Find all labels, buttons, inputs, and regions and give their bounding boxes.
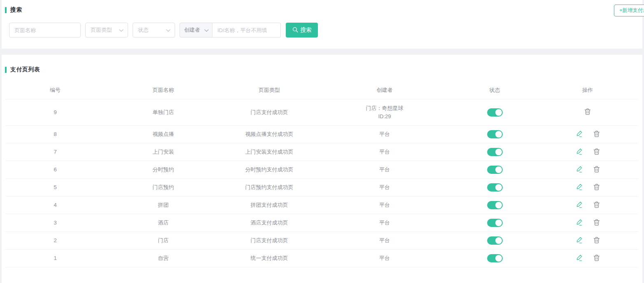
delete-button[interactable] <box>593 254 600 263</box>
cell-name: 单独门店 <box>105 108 222 117</box>
trash-icon <box>593 236 600 245</box>
status-toggle[interactable] <box>487 108 503 117</box>
status-toggle[interactable] <box>487 166 503 174</box>
search-button[interactable]: 搜索 <box>286 23 318 37</box>
creator-line1: 平台 <box>379 183 390 192</box>
trash-icon <box>593 166 600 174</box>
cell-id: 3 <box>6 219 105 227</box>
search-button-label: 搜索 <box>301 26 312 34</box>
status-toggle[interactable] <box>487 201 503 209</box>
trash-icon <box>593 254 600 263</box>
cell-creator: 平台 <box>317 183 453 192</box>
cell-name: 视频点播 <box>105 130 222 138</box>
creator-line1: 平台 <box>379 201 390 209</box>
edit-button[interactable] <box>576 148 583 157</box>
creator-select[interactable]: 创建者 <box>180 23 212 37</box>
toggle-knob <box>495 237 502 244</box>
table-row: 1 自营 统一支付成功页 平台 <box>6 250 638 267</box>
page-type-select[interactable]: 页面类型 <box>85 23 128 37</box>
status-toggle[interactable] <box>487 148 503 156</box>
delete-button[interactable] <box>593 148 600 157</box>
status-toggle[interactable] <box>487 254 503 262</box>
creator-select-label: 创建者 <box>184 26 200 34</box>
creator-line1: 平台 <box>379 236 390 245</box>
status-toggle[interactable] <box>487 183 503 192</box>
cell-creator: 平台 <box>317 236 453 245</box>
section-accent-bar <box>5 7 7 13</box>
column-header-name: 页面名称 <box>105 86 222 94</box>
edit-button[interactable] <box>576 130 583 139</box>
edit-button[interactable] <box>576 236 583 245</box>
cell-type: 门店支付成功页 <box>222 108 317 117</box>
cell-actions <box>537 183 638 192</box>
delete-button[interactable] <box>593 130 600 139</box>
table-body: 9 单独门店 门店支付成功页 门店：奇想星球 ID:29 8 视频点播 视频点播… <box>6 99 638 267</box>
column-header-creator: 创建者 <box>317 86 453 94</box>
cell-type: 视频点播支付成功页 <box>222 130 317 138</box>
edit-button[interactable] <box>576 219 583 227</box>
status-toggle[interactable] <box>487 130 503 138</box>
edit-button[interactable] <box>576 166 583 174</box>
cell-name: 酒店 <box>105 219 222 227</box>
cell-name: 自营 <box>105 254 222 262</box>
toggle-knob <box>495 149 502 155</box>
cell-creator: 平台 <box>317 254 453 262</box>
cell-status <box>453 130 537 138</box>
cell-name: 门店预约 <box>105 183 222 192</box>
cell-id: 7 <box>6 148 105 156</box>
delete-button[interactable] <box>593 183 600 192</box>
toggle-knob <box>495 109 502 116</box>
search-icon <box>292 27 298 34</box>
cell-status <box>453 201 537 209</box>
add-payment-page-button[interactable]: +新增支付成功页 <box>614 5 644 16</box>
creator-line1: 平台 <box>379 148 390 156</box>
edit-pencil-icon <box>576 166 583 174</box>
edit-pencil-icon <box>576 201 583 210</box>
cell-id: 1 <box>6 254 105 262</box>
toggle-knob <box>495 255 502 262</box>
table-row: 8 视频点播 视频点播支付成功页 平台 <box>6 126 638 143</box>
payment-page-table: 编号 页面名称 页面类型 创建者 状态 操作 9 单独门店 门店支付成功页 门店… <box>6 81 638 267</box>
toggle-knob <box>495 184 502 191</box>
cell-actions <box>537 166 638 174</box>
toggle-knob <box>495 166 502 173</box>
delete-button[interactable] <box>593 201 600 210</box>
cell-id: 2 <box>6 236 105 245</box>
edit-button[interactable] <box>576 201 583 210</box>
creator-line2: ID:29 <box>378 112 391 121</box>
column-header-actions: 操作 <box>537 86 638 94</box>
cell-actions <box>537 254 638 263</box>
delete-button[interactable] <box>584 108 591 117</box>
status-toggle[interactable] <box>487 236 503 245</box>
edit-button[interactable] <box>576 254 583 263</box>
edit-pencil-icon <box>576 148 583 157</box>
creator-keyword-input[interactable] <box>212 23 281 37</box>
page-name-input[interactable] <box>9 23 81 37</box>
cell-id: 8 <box>6 130 105 138</box>
cell-type: 酒店支付成功页 <box>222 219 317 227</box>
delete-button[interactable] <box>593 236 600 245</box>
status-select[interactable]: 状态 <box>133 23 175 37</box>
edit-button[interactable] <box>576 183 583 192</box>
delete-button[interactable] <box>593 166 600 174</box>
creator-line1: 门店：奇想星球 <box>366 104 404 112</box>
delete-button[interactable] <box>593 219 600 227</box>
page-type-select-label: 页面类型 <box>91 26 112 34</box>
toggle-knob <box>495 131 502 138</box>
cell-status <box>453 108 537 117</box>
cell-actions <box>537 108 638 117</box>
table-row: 9 单独门店 门店支付成功页 门店：奇想星球 ID:29 <box>6 99 638 126</box>
payment-page-list-panel: 支付页列表 编号 页面名称 页面类型 创建者 状态 操作 9 单独门店 门店支付… <box>2 55 642 283</box>
status-toggle[interactable] <box>487 219 503 227</box>
toggle-knob <box>495 202 502 208</box>
trash-icon <box>593 201 600 210</box>
cell-type: 门店支付成功页 <box>222 236 317 245</box>
list-title-label: 支付页列表 <box>10 66 40 73</box>
table-row: 7 上门安装 上门安装支付成功页 平台 <box>6 143 638 161</box>
edit-pencil-icon <box>576 130 583 139</box>
cell-type: 拼团支付成功页 <box>222 201 317 209</box>
cell-status <box>453 148 537 156</box>
cell-actions <box>537 236 638 245</box>
cell-creator: 平台 <box>317 219 453 227</box>
edit-pencil-icon <box>576 254 583 263</box>
